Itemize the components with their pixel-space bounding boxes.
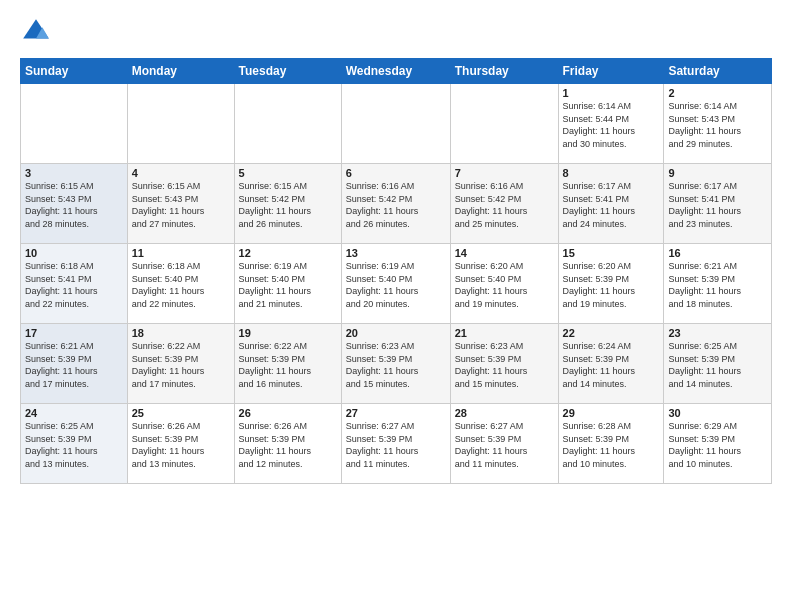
calendar-cell: 16Sunrise: 6:21 AM Sunset: 5:39 PM Dayli… (664, 244, 772, 324)
day-number: 29 (563, 407, 660, 419)
day-number: 27 (346, 407, 446, 419)
day-number: 4 (132, 167, 230, 179)
calendar-cell: 20Sunrise: 6:23 AM Sunset: 5:39 PM Dayli… (341, 324, 450, 404)
calendar-cell (127, 84, 234, 164)
day-info: Sunrise: 6:22 AM Sunset: 5:39 PM Dayligh… (132, 340, 230, 390)
day-number: 28 (455, 407, 554, 419)
day-info: Sunrise: 6:26 AM Sunset: 5:39 PM Dayligh… (239, 420, 337, 470)
logo-icon (20, 16, 52, 48)
calendar-cell: 27Sunrise: 6:27 AM Sunset: 5:39 PM Dayli… (341, 404, 450, 484)
day-info: Sunrise: 6:28 AM Sunset: 5:39 PM Dayligh… (563, 420, 660, 470)
day-info: Sunrise: 6:17 AM Sunset: 5:41 PM Dayligh… (563, 180, 660, 230)
day-number: 6 (346, 167, 446, 179)
calendar-cell (450, 84, 558, 164)
day-info: Sunrise: 6:16 AM Sunset: 5:42 PM Dayligh… (455, 180, 554, 230)
day-number: 26 (239, 407, 337, 419)
day-number: 16 (668, 247, 767, 259)
day-number: 12 (239, 247, 337, 259)
day-info: Sunrise: 6:19 AM Sunset: 5:40 PM Dayligh… (346, 260, 446, 310)
calendar-cell: 10Sunrise: 6:18 AM Sunset: 5:41 PM Dayli… (21, 244, 128, 324)
day-info: Sunrise: 6:21 AM Sunset: 5:39 PM Dayligh… (668, 260, 767, 310)
calendar-cell: 3Sunrise: 6:15 AM Sunset: 5:43 PM Daylig… (21, 164, 128, 244)
day-info: Sunrise: 6:20 AM Sunset: 5:39 PM Dayligh… (563, 260, 660, 310)
calendar-cell: 8Sunrise: 6:17 AM Sunset: 5:41 PM Daylig… (558, 164, 664, 244)
day-info: Sunrise: 6:15 AM Sunset: 5:43 PM Dayligh… (132, 180, 230, 230)
calendar-cell (21, 84, 128, 164)
calendar-cell: 14Sunrise: 6:20 AM Sunset: 5:40 PM Dayli… (450, 244, 558, 324)
day-info: Sunrise: 6:15 AM Sunset: 5:42 PM Dayligh… (239, 180, 337, 230)
day-number: 14 (455, 247, 554, 259)
day-number: 2 (668, 87, 767, 99)
day-number: 1 (563, 87, 660, 99)
calendar-cell: 29Sunrise: 6:28 AM Sunset: 5:39 PM Dayli… (558, 404, 664, 484)
page: SundayMondayTuesdayWednesdayThursdayFrid… (0, 0, 792, 500)
calendar-cell (341, 84, 450, 164)
day-info: Sunrise: 6:27 AM Sunset: 5:39 PM Dayligh… (346, 420, 446, 470)
calendar-cell: 2Sunrise: 6:14 AM Sunset: 5:43 PM Daylig… (664, 84, 772, 164)
day-number: 22 (563, 327, 660, 339)
day-number: 11 (132, 247, 230, 259)
calendar-cell: 13Sunrise: 6:19 AM Sunset: 5:40 PM Dayli… (341, 244, 450, 324)
calendar-cell: 11Sunrise: 6:18 AM Sunset: 5:40 PM Dayli… (127, 244, 234, 324)
calendar-cell (234, 84, 341, 164)
calendar-week-row: 3Sunrise: 6:15 AM Sunset: 5:43 PM Daylig… (21, 164, 772, 244)
calendar-day-header: Tuesday (234, 59, 341, 84)
day-number: 15 (563, 247, 660, 259)
calendar-cell: 15Sunrise: 6:20 AM Sunset: 5:39 PM Dayli… (558, 244, 664, 324)
day-info: Sunrise: 6:27 AM Sunset: 5:39 PM Dayligh… (455, 420, 554, 470)
day-info: Sunrise: 6:17 AM Sunset: 5:41 PM Dayligh… (668, 180, 767, 230)
calendar-cell: 28Sunrise: 6:27 AM Sunset: 5:39 PM Dayli… (450, 404, 558, 484)
day-info: Sunrise: 6:18 AM Sunset: 5:41 PM Dayligh… (25, 260, 123, 310)
calendar-cell: 23Sunrise: 6:25 AM Sunset: 5:39 PM Dayli… (664, 324, 772, 404)
calendar-week-row: 17Sunrise: 6:21 AM Sunset: 5:39 PM Dayli… (21, 324, 772, 404)
logo-area (20, 16, 56, 48)
day-info: Sunrise: 6:25 AM Sunset: 5:39 PM Dayligh… (25, 420, 123, 470)
day-number: 3 (25, 167, 123, 179)
day-number: 21 (455, 327, 554, 339)
calendar-week-row: 1Sunrise: 6:14 AM Sunset: 5:44 PM Daylig… (21, 84, 772, 164)
calendar-cell: 4Sunrise: 6:15 AM Sunset: 5:43 PM Daylig… (127, 164, 234, 244)
day-number: 8 (563, 167, 660, 179)
header (20, 16, 772, 48)
calendar-cell: 18Sunrise: 6:22 AM Sunset: 5:39 PM Dayli… (127, 324, 234, 404)
calendar-week-row: 24Sunrise: 6:25 AM Sunset: 5:39 PM Dayli… (21, 404, 772, 484)
day-number: 23 (668, 327, 767, 339)
calendar-day-header: Monday (127, 59, 234, 84)
calendar-day-header: Saturday (664, 59, 772, 84)
day-info: Sunrise: 6:19 AM Sunset: 5:40 PM Dayligh… (239, 260, 337, 310)
day-number: 19 (239, 327, 337, 339)
calendar-day-header: Thursday (450, 59, 558, 84)
calendar-cell: 17Sunrise: 6:21 AM Sunset: 5:39 PM Dayli… (21, 324, 128, 404)
day-number: 18 (132, 327, 230, 339)
day-info: Sunrise: 6:16 AM Sunset: 5:42 PM Dayligh… (346, 180, 446, 230)
calendar-cell: 19Sunrise: 6:22 AM Sunset: 5:39 PM Dayli… (234, 324, 341, 404)
calendar-cell: 25Sunrise: 6:26 AM Sunset: 5:39 PM Dayli… (127, 404, 234, 484)
day-info: Sunrise: 6:23 AM Sunset: 5:39 PM Dayligh… (455, 340, 554, 390)
day-number: 30 (668, 407, 767, 419)
calendar-table: SundayMondayTuesdayWednesdayThursdayFrid… (20, 58, 772, 484)
day-number: 13 (346, 247, 446, 259)
calendar-cell: 12Sunrise: 6:19 AM Sunset: 5:40 PM Dayli… (234, 244, 341, 324)
calendar-cell: 30Sunrise: 6:29 AM Sunset: 5:39 PM Dayli… (664, 404, 772, 484)
day-info: Sunrise: 6:14 AM Sunset: 5:44 PM Dayligh… (563, 100, 660, 150)
day-number: 17 (25, 327, 123, 339)
calendar-cell: 1Sunrise: 6:14 AM Sunset: 5:44 PM Daylig… (558, 84, 664, 164)
day-info: Sunrise: 6:29 AM Sunset: 5:39 PM Dayligh… (668, 420, 767, 470)
calendar-cell: 9Sunrise: 6:17 AM Sunset: 5:41 PM Daylig… (664, 164, 772, 244)
calendar-cell: 24Sunrise: 6:25 AM Sunset: 5:39 PM Dayli… (21, 404, 128, 484)
day-info: Sunrise: 6:15 AM Sunset: 5:43 PM Dayligh… (25, 180, 123, 230)
calendar-cell: 6Sunrise: 6:16 AM Sunset: 5:42 PM Daylig… (341, 164, 450, 244)
calendar-week-row: 10Sunrise: 6:18 AM Sunset: 5:41 PM Dayli… (21, 244, 772, 324)
calendar-day-header: Wednesday (341, 59, 450, 84)
day-info: Sunrise: 6:14 AM Sunset: 5:43 PM Dayligh… (668, 100, 767, 150)
calendar-header-row: SundayMondayTuesdayWednesdayThursdayFrid… (21, 59, 772, 84)
day-info: Sunrise: 6:25 AM Sunset: 5:39 PM Dayligh… (668, 340, 767, 390)
calendar-cell: 21Sunrise: 6:23 AM Sunset: 5:39 PM Dayli… (450, 324, 558, 404)
calendar-cell: 22Sunrise: 6:24 AM Sunset: 5:39 PM Dayli… (558, 324, 664, 404)
day-number: 10 (25, 247, 123, 259)
day-number: 7 (455, 167, 554, 179)
day-number: 20 (346, 327, 446, 339)
calendar-cell: 5Sunrise: 6:15 AM Sunset: 5:42 PM Daylig… (234, 164, 341, 244)
calendar-cell: 7Sunrise: 6:16 AM Sunset: 5:42 PM Daylig… (450, 164, 558, 244)
day-number: 9 (668, 167, 767, 179)
